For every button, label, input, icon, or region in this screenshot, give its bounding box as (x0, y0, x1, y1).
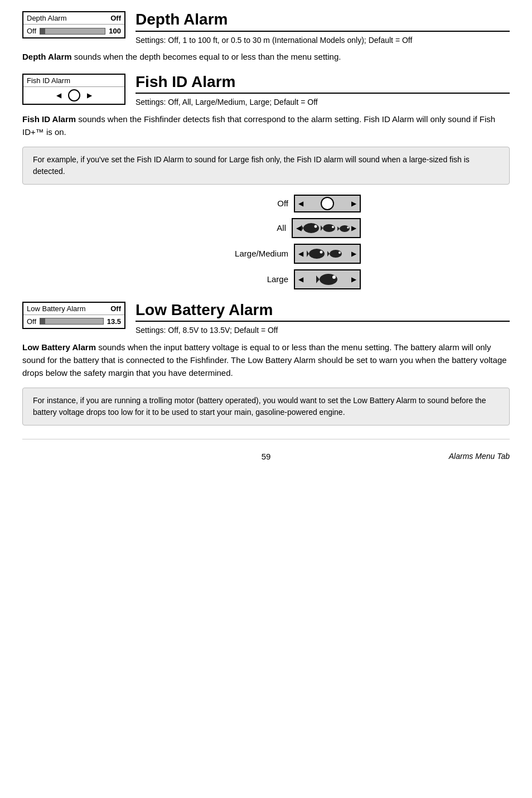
fish-option-largemedium-arrow-right[interactable]: ▶ (351, 250, 356, 258)
fish-option-off-icon (308, 197, 347, 210)
fish-id-arrow-left[interactable]: ◀ (56, 91, 61, 99)
fish-id-alarm-header: Fish ID Alarm ◀ ▶ Fish ID Alarm Settings… (22, 74, 510, 108)
low-battery-note-text: For instance, if you are running a troll… (33, 396, 486, 417)
depth-alarm-value-row: Off 100 (23, 25, 124, 37)
depth-alarm-widget: Depth Alarm Off Off 100 (22, 11, 125, 38)
svg-point-5 (332, 226, 334, 228)
low-battery-alarm-body: Low Battery Alarm sounds when the input … (22, 341, 510, 380)
fish-id-alarm-title-block: Fish ID Alarm Settings: Off, All, Large/… (136, 74, 510, 108)
fish-id-alarm-body: Fish ID Alarm sounds when the Fishfinder… (22, 113, 510, 139)
svg-point-2 (315, 225, 317, 228)
svg-marker-4 (321, 225, 323, 231)
depth-alarm-body-text: sounds when the depth becomes equal to o… (74, 52, 341, 61)
fish-option-all-icon (301, 220, 351, 236)
depth-alarm-value: 100 (109, 27, 121, 35)
low-battery-alarm-widget: Low Battery Alarm Off Off 13.5 (22, 302, 125, 329)
low-battery-alarm-widget-title: Low Battery Alarm (27, 304, 86, 313)
depth-alarm-title: Depth Alarm (136, 11, 510, 32)
svg-marker-1 (301, 225, 303, 231)
fish-option-off-arrow-left[interactable]: ◀ (298, 200, 303, 207)
depth-alarm-widget-title-row: Depth Alarm Off (23, 12, 124, 25)
fish-option-off-row: Off ◀ ▶ (171, 195, 361, 212)
low-battery-alarm-title-block: Low Battery Alarm Settings: Off, 8.5V to… (136, 302, 510, 336)
page-divider (22, 439, 510, 439)
low-battery-slider[interactable] (40, 318, 104, 325)
off-circle-icon (321, 197, 334, 210)
fish-option-largemedium-row: Large/Medium ◀ ▶ (171, 244, 361, 264)
fish-id-alarm-widget-center: ◀ ▶ (23, 87, 124, 104)
svg-marker-16 (316, 275, 320, 283)
low-battery-alarm-header: Low Battery Alarm Off Off 13.5 Low Batte… (22, 302, 510, 336)
depth-alarm-title-block: Depth Alarm Settings: Off, 1 to 100 ft, … (136, 11, 510, 46)
fish-id-note-text: For example, if you've set the Fish ID A… (33, 155, 470, 176)
low-battery-alarm-section: Low Battery Alarm Off Off 13.5 Low Batte… (22, 302, 510, 425)
svg-point-14 (338, 252, 341, 254)
low-battery-slider-label: Off (27, 317, 36, 326)
fish-option-all-widget[interactable]: ◀ (292, 218, 361, 238)
depth-alarm-section: Depth Alarm Off Off 100 Depth Alarm Sett… (22, 11, 510, 64)
fish-id-arrow-right[interactable]: ▶ (87, 91, 92, 99)
fish-id-body-text: sounds when the Fishfinder detects fish … (22, 114, 495, 137)
svg-point-0 (303, 223, 319, 233)
svg-point-3 (323, 224, 335, 232)
fish-option-largemedium-icon (307, 246, 349, 262)
fish-option-all-row: All ◀ (171, 218, 361, 238)
fish-option-largemedium-widget[interactable]: ◀ ▶ (294, 244, 361, 264)
fish-option-large-icon (308, 272, 347, 287)
fish-id-alarm-widget-title: Fish ID Alarm (27, 76, 70, 85)
svg-marker-7 (337, 226, 340, 231)
fish-option-all-arrow-right[interactable]: ▶ (351, 224, 356, 232)
low-battery-body-bold: Low Battery Alarm (22, 342, 96, 352)
page-number: 59 (185, 452, 347, 461)
depth-alarm-body: Depth Alarm sounds when the depth become… (22, 50, 510, 63)
fish-option-largemedium-label: Large/Medium (233, 249, 288, 258)
largemedium-fish-svg (307, 246, 349, 262)
fish-option-off-arrow-right[interactable]: ▶ (351, 200, 356, 207)
fish-option-off-label: Off (233, 199, 288, 208)
fish-option-all-label: All (230, 223, 286, 233)
fish-option-large-row: Large ◀ ▶ (171, 269, 361, 289)
svg-point-15 (320, 274, 337, 285)
low-battery-note-box: For instance, if you are running a troll… (22, 388, 510, 425)
fish-id-body-bold: Fish ID Alarm (22, 114, 76, 124)
svg-point-11 (320, 250, 322, 253)
fish-id-alarm-settings: Settings: Off, All, Large/Medium, Large;… (136, 97, 510, 108)
fish-option-large-arrow-right[interactable]: ▶ (351, 275, 356, 283)
depth-alarm-settings: Settings: Off, 1 to 100 ft, or 0.5 to 30… (136, 35, 510, 46)
fish-id-note-box: For example, if you've set the Fish ID A… (22, 147, 510, 185)
fish-option-off-widget[interactable]: ◀ ▶ (294, 195, 361, 212)
page-footer: 59 Alarms Menu Tab (22, 448, 510, 461)
fish-options-container: Off ◀ ▶ All ◀ (22, 195, 510, 289)
fish-option-large-arrow-left[interactable]: ◀ (298, 275, 303, 283)
page-tab-label: Alarms Menu Tab (347, 452, 510, 461)
depth-alarm-header: Depth Alarm Off Off 100 Depth Alarm Sett… (22, 11, 510, 46)
low-battery-alarm-widget-title-row: Low Battery Alarm Off (23, 303, 124, 315)
low-battery-value-row: Off 13.5 (23, 315, 124, 328)
low-battery-value: 13.5 (107, 317, 121, 326)
depth-alarm-widget-title: Depth Alarm (27, 14, 67, 22)
all-fish-svg (301, 220, 351, 236)
fish-id-alarm-section: Fish ID Alarm ◀ ▶ Fish ID Alarm Settings… (22, 74, 510, 289)
svg-point-17 (332, 275, 336, 279)
depth-alarm-slider-label: Off (27, 27, 36, 35)
svg-point-6 (340, 225, 350, 232)
svg-point-12 (330, 250, 342, 258)
large-fish-svg (311, 272, 344, 287)
fish-id-alarm-title: Fish ID Alarm (136, 74, 510, 94)
depth-alarm-off-label: Off (110, 14, 121, 22)
low-battery-off-label: Off (110, 304, 121, 313)
fish-id-alarm-widget: Fish ID Alarm ◀ ▶ (22, 74, 125, 105)
low-battery-alarm-settings: Settings: Off, 8.5V to 13.5V; Default = … (136, 325, 510, 336)
svg-point-9 (309, 249, 325, 259)
fish-id-alarm-widget-title-row: Fish ID Alarm (23, 75, 124, 87)
low-battery-alarm-title: Low Battery Alarm (136, 302, 510, 322)
fish-option-large-widget[interactable]: ◀ ▶ (294, 269, 361, 289)
depth-alarm-body-bold: Depth Alarm (22, 52, 72, 61)
depth-alarm-slider[interactable] (40, 28, 105, 35)
svg-marker-10 (307, 250, 309, 257)
svg-point-8 (347, 226, 349, 228)
fish-id-circle-icon (68, 89, 80, 101)
fish-option-largemedium-arrow-left[interactable]: ◀ (298, 250, 303, 258)
fish-option-large-label: Large (233, 274, 288, 284)
fish-option-all-arrow-left[interactable]: ◀ (296, 224, 301, 232)
